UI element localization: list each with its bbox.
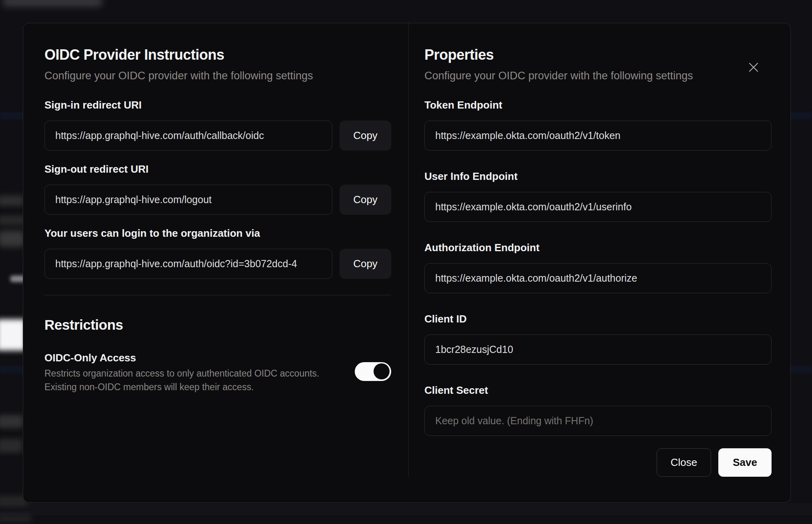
oidc-only-access-description: Restricts organization access to only au… <box>44 367 320 394</box>
instructions-pane: OIDC Provider Instructions Configure you… <box>23 23 408 502</box>
client-secret-label: Client Secret <box>424 384 772 397</box>
token-endpoint-label: Token Endpoint <box>424 99 772 111</box>
modal-actions: Close Save <box>424 448 772 477</box>
page-background: OIDC Provider Instructions Configure you… <box>0 0 812 524</box>
oidc-only-access-texts: OIDC-Only Access Restricts organization … <box>44 351 320 394</box>
background-blur-text <box>0 514 31 522</box>
signout-redirect-label: Sign-out redirect URI <box>44 163 391 175</box>
client-secret-input[interactable] <box>424 406 772 436</box>
background-blur-text <box>0 439 22 453</box>
save-button[interactable]: Save <box>718 448 772 477</box>
section-divider <box>44 295 391 295</box>
oidc-settings-modal: OIDC Provider Instructions Configure you… <box>23 23 791 503</box>
restrictions-title: Restrictions <box>44 316 391 334</box>
copy-signout-button[interactable]: Copy <box>340 185 391 215</box>
properties-subtitle: Configure your OIDC provider with the fo… <box>424 69 772 83</box>
authorization-endpoint-input[interactable] <box>424 263 772 293</box>
background-blur-text <box>0 415 23 428</box>
oidc-only-toggle[interactable] <box>355 362 391 381</box>
background-blur-topbar <box>2 0 103 6</box>
userinfo-endpoint-label: User Info Endpoint <box>424 170 772 183</box>
login-url-input[interactable] <box>44 249 332 279</box>
background-bottom-band <box>0 503 812 515</box>
background-blur-white-button <box>0 319 26 351</box>
signin-redirect-input[interactable] <box>44 121 332 151</box>
background-blur-text <box>0 195 24 206</box>
signin-redirect-row: Copy <box>44 121 391 151</box>
background-blur-text <box>0 231 25 247</box>
copy-login-url-button[interactable]: Copy <box>340 249 391 279</box>
client-id-label: Client ID <box>424 312 772 325</box>
signout-redirect-row: Copy <box>44 185 391 215</box>
client-id-input[interactable] <box>424 335 772 365</box>
properties-pane: Properties Configure your OIDC provider … <box>408 23 790 502</box>
properties-title: Properties <box>424 46 772 64</box>
copy-signin-button[interactable]: Copy <box>340 121 391 151</box>
oidc-only-access-label: OIDC-Only Access <box>44 351 320 364</box>
authorization-endpoint-label: Authorization Endpoint <box>424 241 772 254</box>
userinfo-endpoint-input[interactable] <box>424 192 772 222</box>
background-blur-text <box>0 216 26 225</box>
instructions-title: OIDC Provider Instructions <box>44 46 391 64</box>
instructions-subtitle: Configure your OIDC provider with the fo… <box>44 69 391 83</box>
close-button[interactable]: Close <box>657 448 711 477</box>
token-endpoint-input[interactable] <box>424 121 772 151</box>
signout-redirect-input[interactable] <box>44 185 332 215</box>
login-url-label: Your users can login to the organization… <box>44 227 391 240</box>
oidc-only-access-row: OIDC-Only Access Restricts organization … <box>44 351 391 394</box>
signin-redirect-label: Sign-in redirect URI <box>44 99 391 111</box>
login-url-row: Copy <box>44 249 391 279</box>
toggle-thumb <box>374 363 390 379</box>
